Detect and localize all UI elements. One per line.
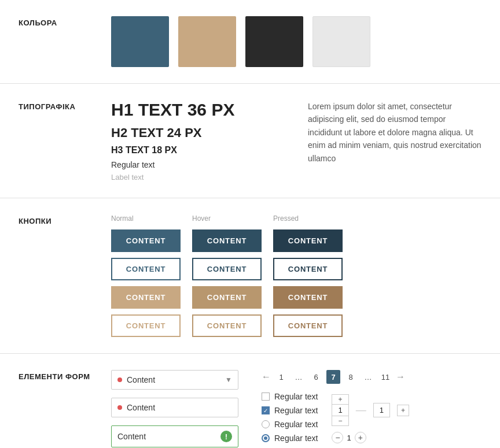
- dark-blue-swatch: [111, 16, 169, 67]
- h2-sample: H2 TEXT 24 PX: [111, 125, 285, 140]
- check-label-3: Regular text: [274, 420, 318, 429]
- check-label-2: Regular text: [274, 406, 318, 415]
- typography-section: ТИПОГРАФІКА H1 TEXT 36 PX H2 TEXT 24 PX …: [0, 84, 500, 198]
- checkbox-checked-1[interactable]: ✓: [262, 406, 270, 414]
- label-text-sample: Label text: [111, 173, 285, 182]
- form-input-1[interactable]: Content: [111, 398, 238, 417]
- typography-body-copy: Lorem ipsum dolor sit amet, consectetur …: [308, 100, 481, 182]
- checkboxes-col: Regular text ✓ Regular text Regular text: [262, 392, 318, 443]
- forms-right-col: ← 1 … 6 7 8 … 11 → Regular: [262, 370, 409, 443]
- btn-primary-outline-hover[interactable]: CONTENT: [192, 258, 262, 280]
- check-row-2: ✓ Regular text: [262, 406, 318, 415]
- stepper-separator: —: [356, 404, 366, 416]
- colors-section: КОЛЬОРА: [0, 0, 500, 84]
- pagination-prev[interactable]: ←: [262, 372, 271, 382]
- buttons-pressed-col: Pressed CONTENT CONTENT CONTENT CONTENT: [273, 214, 343, 337]
- check-row-3: Regular text: [262, 420, 318, 429]
- stepper1-increment[interactable]: +: [334, 395, 347, 404]
- input1-text: Content: [127, 403, 232, 412]
- forms-content: Content ▼ Content Content ! ←: [111, 370, 481, 447]
- steppers-col: + 1 − — 1 + −: [332, 392, 409, 443]
- stepper1-decrement[interactable]: −: [334, 416, 347, 425]
- buttons-row: Normal CONTENT CONTENT CONTENT CONTENT H…: [111, 214, 481, 337]
- stepper3-decrement[interactable]: −: [332, 432, 343, 443]
- black-swatch: [245, 16, 303, 67]
- btn-tan-outline-hover[interactable]: CONTENT: [192, 314, 262, 337]
- h1-sample: H1 TEXT 36 PX: [111, 100, 285, 120]
- regular-text-sample: Regular text: [111, 160, 285, 169]
- typography-left: H1 TEXT 36 PX H2 TEXT 24 PX H3 TEXT 18 P…: [111, 100, 308, 182]
- stepper-1: + 1 −: [332, 394, 348, 426]
- page-11[interactable]: 11: [378, 370, 392, 384]
- check-label-1: Regular text: [274, 392, 318, 401]
- buttons-normal-col: Normal CONTENT CONTENT CONTENT CONTENT: [111, 214, 181, 337]
- pagination-next[interactable]: →: [396, 372, 405, 382]
- colors-label: КОЛЬОРА: [19, 16, 111, 27]
- radio-filled-1[interactable]: [262, 434, 270, 442]
- select-text: Content: [127, 375, 225, 384]
- btn-primary-outline-normal[interactable]: CONTENT: [111, 258, 181, 280]
- input2-valid-icon: !: [220, 431, 232, 442]
- select-arrow-icon[interactable]: ▼: [225, 376, 232, 384]
- typography-content: H1 TEXT 36 PX H2 TEXT 24 PX H3 TEXT 18 P…: [111, 100, 481, 182]
- forms-label: ЕЛЕМЕНТИ ФОРМ: [19, 370, 111, 381]
- buttons-hover-col: Hover CONTENT CONTENT CONTENT CONTENT: [192, 214, 262, 337]
- stepper2-value: 1: [374, 403, 389, 417]
- forms-content-inner: Content ▼ Content Content ! ←: [111, 370, 481, 447]
- check-row-1: Regular text: [262, 392, 318, 401]
- stepper-2: 1: [373, 403, 390, 417]
- check-label-4: Regular text: [274, 434, 318, 443]
- hover-state-label: Hover: [192, 214, 211, 223]
- stepper-row-2: − 1 +: [332, 432, 409, 443]
- btn-primary-outline-pressed[interactable]: CONTENT: [273, 258, 343, 280]
- page-ellipsis-1: …: [292, 370, 306, 384]
- page-ellipsis-2: …: [361, 370, 375, 384]
- btn-primary-pressed[interactable]: CONTENT: [273, 229, 343, 252]
- h3-sample: H3 TEXT 18 PX: [111, 145, 285, 155]
- normal-state-label: Normal: [111, 214, 134, 223]
- btn-tan-outline-pressed[interactable]: CONTENT: [273, 314, 343, 337]
- page-6[interactable]: 6: [309, 370, 323, 384]
- buttons-content: Normal CONTENT CONTENT CONTENT CONTENT H…: [111, 214, 481, 337]
- btn-tan-pressed[interactable]: CONTENT: [273, 286, 343, 309]
- select-dot-red: [117, 377, 122, 382]
- input2-text: Content: [117, 432, 220, 441]
- stepper1-value: 1: [332, 404, 348, 416]
- btn-primary-hover[interactable]: CONTENT: [192, 229, 262, 252]
- page-8[interactable]: 8: [344, 370, 358, 384]
- btn-primary-normal[interactable]: CONTENT: [111, 229, 181, 252]
- form-select[interactable]: Content ▼: [111, 370, 238, 390]
- forms-section: ЕЛЕМЕНТИ ФОРМ Content ▼ Content Content: [0, 354, 500, 448]
- buttons-section: КНОПКИ Normal CONTENT CONTENT CONTENT CO…: [0, 198, 500, 354]
- radio-inner: [264, 436, 267, 440]
- stepper3-increment[interactable]: +: [355, 432, 366, 443]
- colors-content: [111, 16, 481, 67]
- radio-empty-1[interactable]: [262, 420, 270, 428]
- buttons-label: КНОПКИ: [19, 214, 111, 225]
- stepper2-increment[interactable]: +: [397, 405, 409, 416]
- check-row-4: Regular text: [262, 434, 318, 443]
- tan-swatch: [178, 16, 236, 67]
- form-input-2[interactable]: Content !: [111, 425, 238, 447]
- forms-inputs-col: Content ▼ Content Content !: [111, 370, 238, 447]
- colors-row: [111, 16, 481, 67]
- stepper3-value: 1: [347, 434, 351, 442]
- btn-tan-hover[interactable]: CONTENT: [192, 286, 262, 309]
- btn-tan-outline-normal[interactable]: CONTENT: [111, 314, 181, 337]
- btn-tan-normal[interactable]: CONTENT: [111, 286, 181, 309]
- page-7-active[interactable]: 7: [326, 370, 340, 384]
- pressed-state-label: Pressed: [273, 214, 299, 223]
- stepper-row-1: + 1 − — 1 +: [332, 394, 409, 426]
- pagination-row: ← 1 … 6 7 8 … 11 →: [262, 370, 409, 384]
- input1-dot: [117, 405, 122, 410]
- checkbox-empty-1[interactable]: [262, 393, 270, 401]
- light-gray-swatch: [312, 16, 370, 67]
- typography-label: ТИПОГРАФІКА: [19, 100, 111, 111]
- check-and-steppers: Regular text ✓ Regular text Regular text: [262, 392, 409, 443]
- page-1[interactable]: 1: [274, 370, 288, 384]
